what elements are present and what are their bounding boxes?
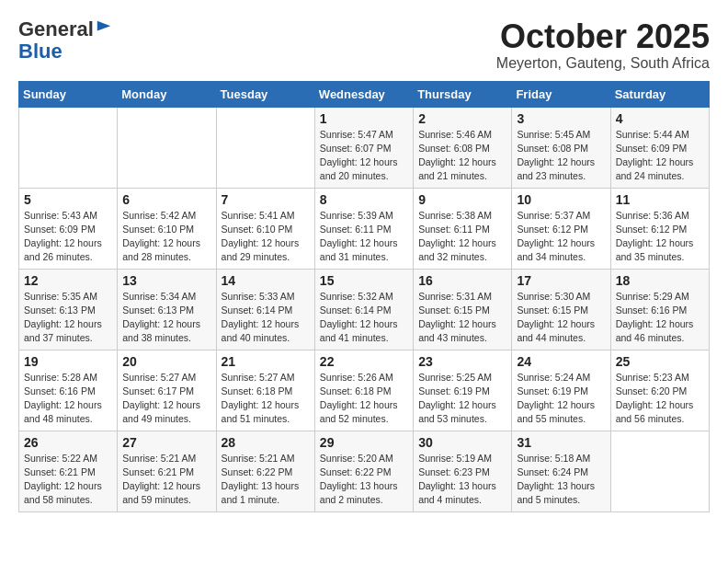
- calendar-cell: 28Sunrise: 5:21 AMSunset: 6:22 PMDayligh…: [216, 431, 314, 511]
- logo-blue: Blue: [18, 40, 63, 63]
- day-number: 28: [222, 435, 310, 450]
- calendar-cell: [216, 107, 314, 188]
- calendar-cell: 16Sunrise: 5:31 AMSunset: 6:15 PMDayligh…: [414, 269, 512, 350]
- svg-marker-0: [97, 21, 110, 31]
- day-info: Sunrise: 5:45 AMSunset: 6:08 PMDaylight:…: [517, 128, 605, 184]
- page-header: General Blue October 2025 Meyerton, Gaut…: [18, 18, 710, 72]
- day-info: Sunrise: 5:25 AMSunset: 6:19 PMDaylight:…: [418, 371, 506, 427]
- day-number: 11: [616, 192, 704, 207]
- day-number: 14: [222, 273, 310, 288]
- day-info: Sunrise: 5:46 AMSunset: 6:08 PMDaylight:…: [418, 128, 506, 184]
- logo-general: General: [18, 17, 94, 40]
- title-block: October 2025 Meyerton, Gauteng, South Af…: [496, 18, 710, 72]
- day-number: 19: [24, 354, 112, 369]
- calendar-cell: 31Sunrise: 5:18 AMSunset: 6:24 PMDayligh…: [512, 431, 610, 511]
- day-number: 9: [418, 192, 506, 207]
- calendar-cell: 6Sunrise: 5:42 AMSunset: 6:10 PMDaylight…: [118, 188, 216, 269]
- day-number: 5: [24, 192, 112, 207]
- calendar-cell: 26Sunrise: 5:22 AMSunset: 6:21 PMDayligh…: [19, 431, 118, 511]
- day-info: Sunrise: 5:38 AMSunset: 6:11 PMDaylight:…: [418, 209, 506, 265]
- calendar-cell: 8Sunrise: 5:39 AMSunset: 6:11 PMDaylight…: [314, 188, 413, 269]
- day-number: 3: [517, 111, 605, 126]
- calendar-cell: 10Sunrise: 5:37 AMSunset: 6:12 PMDayligh…: [512, 188, 610, 269]
- day-number: 31: [517, 435, 605, 450]
- day-number: 8: [320, 192, 408, 207]
- calendar-cell: 27Sunrise: 5:21 AMSunset: 6:21 PMDayligh…: [118, 431, 216, 511]
- day-number: 6: [122, 192, 210, 207]
- day-number: 20: [122, 354, 210, 369]
- calendar-cell: 14Sunrise: 5:33 AMSunset: 6:14 PMDayligh…: [216, 269, 314, 350]
- day-info: Sunrise: 5:27 AMSunset: 6:17 PMDaylight:…: [122, 371, 210, 427]
- calendar-cell: 23Sunrise: 5:25 AMSunset: 6:19 PMDayligh…: [414, 350, 512, 431]
- calendar-week-row: 26Sunrise: 5:22 AMSunset: 6:21 PMDayligh…: [19, 431, 710, 511]
- day-info: Sunrise: 5:35 AMSunset: 6:13 PMDaylight:…: [24, 290, 112, 346]
- calendar-cell: 4Sunrise: 5:44 AMSunset: 6:09 PMDaylight…: [610, 107, 709, 188]
- calendar-cell: 2Sunrise: 5:46 AMSunset: 6:08 PMDaylight…: [414, 107, 512, 188]
- day-info: Sunrise: 5:19 AMSunset: 6:23 PMDaylight:…: [418, 452, 506, 508]
- day-info: Sunrise: 5:22 AMSunset: 6:21 PMDaylight:…: [24, 452, 112, 508]
- day-info: Sunrise: 5:24 AMSunset: 6:19 PMDaylight:…: [517, 371, 605, 427]
- calendar-cell: 29Sunrise: 5:20 AMSunset: 6:22 PMDayligh…: [314, 431, 413, 511]
- calendar-cell: 15Sunrise: 5:32 AMSunset: 6:14 PMDayligh…: [314, 269, 413, 350]
- day-info: Sunrise: 5:47 AMSunset: 6:07 PMDaylight:…: [320, 128, 408, 184]
- calendar-cell: 24Sunrise: 5:24 AMSunset: 6:19 PMDayligh…: [512, 350, 610, 431]
- logo: General Blue: [18, 18, 112, 63]
- day-number: 22: [320, 354, 408, 369]
- day-info: Sunrise: 5:26 AMSunset: 6:18 PMDaylight:…: [320, 371, 408, 427]
- day-info: Sunrise: 5:36 AMSunset: 6:12 PMDaylight:…: [616, 209, 704, 265]
- day-number: 21: [222, 354, 310, 369]
- weekday-header-monday: Monday: [118, 81, 216, 107]
- day-info: Sunrise: 5:33 AMSunset: 6:14 PMDaylight:…: [222, 290, 310, 346]
- day-info: Sunrise: 5:29 AMSunset: 6:16 PMDaylight:…: [616, 290, 704, 346]
- day-number: 30: [418, 435, 506, 450]
- calendar-week-row: 12Sunrise: 5:35 AMSunset: 6:13 PMDayligh…: [19, 269, 710, 350]
- day-number: 10: [517, 192, 605, 207]
- month-title: October 2025: [496, 18, 710, 55]
- calendar-cell: 11Sunrise: 5:36 AMSunset: 6:12 PMDayligh…: [610, 188, 709, 269]
- weekday-header-row: SundayMondayTuesdayWednesdayThursdayFrid…: [19, 81, 710, 107]
- calendar-cell: [19, 107, 118, 188]
- weekday-header-thursday: Thursday: [414, 81, 512, 107]
- day-info: Sunrise: 5:31 AMSunset: 6:15 PMDaylight:…: [418, 290, 506, 346]
- day-number: 7: [222, 192, 310, 207]
- day-info: Sunrise: 5:20 AMSunset: 6:22 PMDaylight:…: [320, 452, 408, 508]
- day-number: 4: [616, 111, 704, 126]
- weekday-header-tuesday: Tuesday: [216, 81, 314, 107]
- calendar-cell: 19Sunrise: 5:28 AMSunset: 6:16 PMDayligh…: [19, 350, 118, 431]
- weekday-header-wednesday: Wednesday: [314, 81, 413, 107]
- day-info: Sunrise: 5:18 AMSunset: 6:24 PMDaylight:…: [517, 452, 605, 508]
- day-info: Sunrise: 5:21 AMSunset: 6:22 PMDaylight:…: [222, 452, 310, 508]
- calendar-cell: 18Sunrise: 5:29 AMSunset: 6:16 PMDayligh…: [610, 269, 709, 350]
- calendar-cell: 25Sunrise: 5:23 AMSunset: 6:20 PMDayligh…: [610, 350, 709, 431]
- day-number: 17: [517, 273, 605, 288]
- calendar-cell: 3Sunrise: 5:45 AMSunset: 6:08 PMDaylight…: [512, 107, 610, 188]
- day-info: Sunrise: 5:34 AMSunset: 6:13 PMDaylight:…: [122, 290, 210, 346]
- day-number: 24: [517, 354, 605, 369]
- day-info: Sunrise: 5:42 AMSunset: 6:10 PMDaylight:…: [122, 209, 210, 265]
- calendar-cell: 1Sunrise: 5:47 AMSunset: 6:07 PMDaylight…: [314, 107, 413, 188]
- calendar-week-row: 1Sunrise: 5:47 AMSunset: 6:07 PMDaylight…: [19, 107, 710, 188]
- day-info: Sunrise: 5:37 AMSunset: 6:12 PMDaylight:…: [517, 209, 605, 265]
- day-number: 15: [320, 273, 408, 288]
- calendar-cell: 30Sunrise: 5:19 AMSunset: 6:23 PMDayligh…: [414, 431, 512, 511]
- calendar-table: SundayMondayTuesdayWednesdayThursdayFrid…: [18, 81, 710, 512]
- day-number: 27: [122, 435, 210, 450]
- calendar-cell: 21Sunrise: 5:27 AMSunset: 6:18 PMDayligh…: [216, 350, 314, 431]
- calendar-cell: [610, 431, 709, 511]
- calendar-cell: 5Sunrise: 5:43 AMSunset: 6:09 PMDaylight…: [19, 188, 118, 269]
- day-info: Sunrise: 5:21 AMSunset: 6:21 PMDaylight:…: [122, 452, 210, 508]
- day-number: 13: [122, 273, 210, 288]
- day-number: 29: [320, 435, 408, 450]
- day-info: Sunrise: 5:23 AMSunset: 6:20 PMDaylight:…: [616, 371, 704, 427]
- weekday-header-sunday: Sunday: [19, 81, 118, 107]
- location-subtitle: Meyerton, Gauteng, South Africa: [496, 55, 710, 72]
- day-number: 25: [616, 354, 704, 369]
- calendar-cell: 20Sunrise: 5:27 AMSunset: 6:17 PMDayligh…: [118, 350, 216, 431]
- day-info: Sunrise: 5:44 AMSunset: 6:09 PMDaylight:…: [616, 128, 704, 184]
- day-number: 2: [418, 111, 506, 126]
- calendar-cell: 17Sunrise: 5:30 AMSunset: 6:15 PMDayligh…: [512, 269, 610, 350]
- day-info: Sunrise: 5:41 AMSunset: 6:10 PMDaylight:…: [222, 209, 310, 265]
- calendar-cell: 7Sunrise: 5:41 AMSunset: 6:10 PMDaylight…: [216, 188, 314, 269]
- calendar-cell: 9Sunrise: 5:38 AMSunset: 6:11 PMDaylight…: [414, 188, 512, 269]
- day-number: 18: [616, 273, 704, 288]
